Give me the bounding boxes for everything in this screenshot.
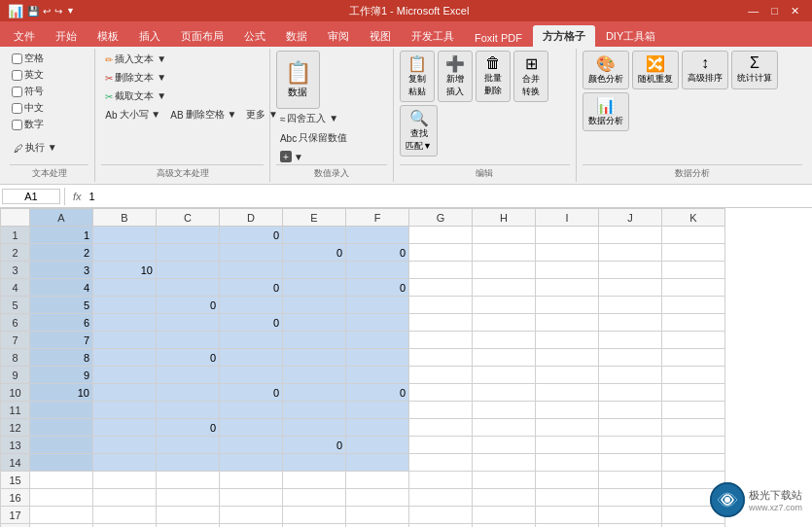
cell-G16[interactable] (409, 489, 473, 507)
cell-I5[interactable] (536, 297, 599, 314)
cell-B2[interactable] (93, 244, 157, 262)
cell-J4[interactable] (599, 279, 662, 297)
cell-B17[interactable] (93, 507, 157, 524)
cell-C17[interactable] (157, 507, 220, 524)
cell-B10[interactable] (93, 384, 157, 402)
cell-H1[interactable] (473, 227, 536, 244)
cell-D17[interactable] (220, 507, 283, 524)
cell-G4[interactable] (409, 279, 473, 297)
cell-I9[interactable] (536, 367, 599, 384)
cell-B12[interactable] (93, 419, 157, 437)
cell-B13[interactable] (93, 437, 157, 454)
case-btn[interactable]: Ab 大小写 ▼ (101, 106, 164, 123)
cell-J5[interactable] (599, 297, 662, 314)
cell-E5[interactable] (283, 297, 346, 314)
cell-G17[interactable] (409, 507, 473, 524)
cell-K7[interactable] (662, 332, 725, 349)
cell-A2[interactable]: 2 (30, 244, 93, 262)
cell-G6[interactable] (409, 314, 473, 332)
stats-calc-btn[interactable]: Σ 统计计算 (731, 51, 778, 89)
cell-A6[interactable]: 6 (30, 314, 93, 332)
extract-text-btn[interactable]: ✂ 截取文本 ▼ (101, 88, 170, 105)
cell-A13[interactable] (30, 437, 93, 454)
keep-value-btn[interactable]: Abc 只保留数值 (276, 129, 351, 147)
cell-H17[interactable] (473, 507, 536, 524)
cell-J16[interactable] (599, 489, 662, 507)
cell-B6[interactable] (93, 314, 157, 332)
cell-D7[interactable] (220, 332, 283, 349)
window-controls[interactable]: — □ ✕ (743, 5, 804, 18)
cell-F9[interactable] (346, 367, 409, 384)
cell-F10[interactable]: 0 (346, 384, 409, 402)
cell-G5[interactable] (409, 297, 473, 314)
cell-B15[interactable] (93, 472, 157, 489)
cell-K14[interactable] (662, 454, 725, 472)
tab-foxitpdf[interactable]: Foxit PDF (465, 28, 532, 47)
close-btn[interactable]: ✕ (786, 5, 804, 18)
cell-J7[interactable] (599, 332, 662, 349)
cell-A4[interactable]: 4 (30, 279, 93, 297)
cell-I2[interactable] (536, 244, 599, 262)
cell-K9[interactable] (662, 367, 725, 384)
cell-C6[interactable] (157, 314, 220, 332)
formula-input[interactable] (86, 190, 810, 203)
cell-F8[interactable] (346, 349, 409, 367)
cell-J8[interactable] (599, 349, 662, 367)
cell-F12[interactable] (346, 419, 409, 437)
cell-I16[interactable] (536, 489, 599, 507)
cell-G7[interactable] (409, 332, 473, 349)
cell-I18[interactable] (536, 524, 599, 528)
copy-paste-btn[interactable]: 📋 复制粘贴 (400, 51, 435, 102)
col-header-C[interactable]: C (157, 209, 220, 227)
checkbox-english[interactable]: 英文 (10, 67, 46, 83)
tab-template[interactable]: 模板 (88, 25, 128, 47)
cell-F7[interactable] (346, 332, 409, 349)
cell-J18[interactable] (599, 524, 662, 528)
cell-C9[interactable] (157, 367, 220, 384)
cell-E8[interactable] (283, 349, 346, 367)
cell-D2[interactable] (220, 244, 283, 262)
cell-D9[interactable] (220, 367, 283, 384)
cell-G11[interactable] (409, 402, 473, 419)
cell-I6[interactable] (536, 314, 599, 332)
cell-H16[interactable] (473, 489, 536, 507)
tab-data[interactable]: 数据 (276, 25, 317, 47)
cell-H14[interactable] (473, 454, 536, 472)
cell-K8[interactable] (662, 349, 725, 367)
cell-G9[interactable] (409, 367, 473, 384)
remove-space-btn[interactable]: AB 删除空格 ▼ (166, 106, 240, 123)
cell-H12[interactable] (473, 419, 536, 437)
cell-C10[interactable] (157, 384, 220, 402)
cell-C2[interactable] (157, 244, 220, 262)
cell-C15[interactable] (157, 472, 220, 489)
cell-H6[interactable] (473, 314, 536, 332)
cell-ref-input[interactable] (2, 189, 60, 204)
cell-I4[interactable] (536, 279, 599, 297)
tab-view[interactable]: 视图 (360, 25, 401, 47)
cell-C13[interactable] (157, 437, 220, 454)
quick-save[interactable]: 💾 (27, 6, 39, 17)
cell-F17[interactable] (346, 507, 409, 524)
cell-A12[interactable] (30, 419, 93, 437)
cell-E3[interactable] (283, 262, 346, 279)
execute-btn[interactable]: 🖊 执行 ▼ (10, 139, 61, 157)
cell-E2[interactable]: 0 (283, 244, 346, 262)
cell-E9[interactable] (283, 367, 346, 384)
cell-J13[interactable] (599, 437, 662, 454)
cell-A15[interactable] (30, 472, 93, 489)
cell-F11[interactable] (346, 402, 409, 419)
cell-E12[interactable] (283, 419, 346, 437)
delete-text-btn[interactable]: ✂ 删除文本 ▼ (101, 69, 170, 87)
cell-C14[interactable] (157, 454, 220, 472)
cell-B1[interactable] (93, 227, 157, 244)
cell-H11[interactable] (473, 402, 536, 419)
cell-B4[interactable] (93, 279, 157, 297)
col-header-B[interactable]: B (93, 209, 157, 227)
random-repeat-btn[interactable]: 🔀 随机重复 (632, 51, 679, 89)
cell-C4[interactable] (157, 279, 220, 297)
cell-H13[interactable] (473, 437, 536, 454)
cell-K4[interactable] (662, 279, 725, 297)
cell-A7[interactable]: 7 (30, 332, 93, 349)
cell-A18[interactable] (30, 524, 93, 528)
cell-I17[interactable] (536, 507, 599, 524)
